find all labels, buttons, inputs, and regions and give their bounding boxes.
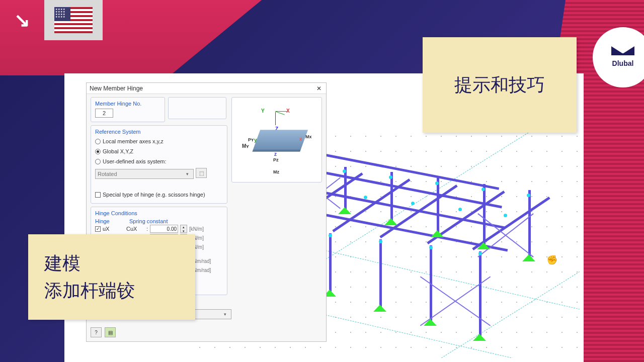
close-icon[interactable]: ✕ bbox=[315, 84, 323, 93]
radio-local-axes[interactable]: Local member axes x,y,z bbox=[95, 137, 223, 146]
bridge-icon bbox=[611, 47, 634, 57]
force-label-Pz: Pz bbox=[273, 157, 279, 162]
moment-label-My: Mʏ bbox=[242, 143, 249, 149]
dialog-title-text: New Member Hinge bbox=[90, 85, 143, 92]
topic-label: 建模 添加杆端铰 bbox=[28, 234, 195, 320]
arrow-down-right-icon: ↘ bbox=[0, 0, 44, 40]
col-spring: Spring constant bbox=[129, 218, 190, 224]
chevron-down-icon: ▾ bbox=[221, 312, 229, 317]
axis-label-Y: Y bbox=[261, 108, 265, 114]
radio-user-axes[interactable]: User-defined axis system: bbox=[95, 157, 223, 166]
row-ux: uX CuX: 0.00 ▴▾ [kN/m] bbox=[95, 224, 223, 233]
hinge-number-input[interactable]: 2 bbox=[95, 109, 113, 118]
topic-line1: 建模 bbox=[44, 250, 179, 277]
moment-label-Mz: Mz bbox=[273, 169, 279, 174]
help-button[interactable]: ? bbox=[91, 327, 102, 337]
us-flag-icon: ★★★★★★★★★★★★★★★★ bbox=[54, 7, 93, 33]
group-hinge-number: Member Hinge No. 2 bbox=[91, 97, 165, 122]
hinge-axes-diagram: X Y Z x y z Mʏ Pʏ Mx Pz Mz bbox=[231, 97, 322, 183]
force-label-Py: Pʏ bbox=[248, 137, 254, 142]
checkbox-ux[interactable] bbox=[95, 226, 101, 232]
axis-label-x: x bbox=[299, 136, 302, 142]
group-spacer bbox=[168, 97, 226, 119]
apply-button[interactable]: ▤ bbox=[105, 327, 116, 337]
group-title: Reference System bbox=[95, 129, 223, 135]
dialog-titlebar[interactable]: New Member Hinge ✕ bbox=[87, 83, 326, 94]
group-title: Hinge Conditions bbox=[95, 210, 223, 216]
axis-label-y: y bbox=[254, 137, 257, 143]
axis-label-z: z bbox=[274, 151, 277, 157]
brand-text: Dlubal bbox=[612, 59, 634, 67]
axis-label-X: X bbox=[286, 108, 290, 114]
topic-line2: 添加杆端铰 bbox=[44, 277, 179, 304]
axis-picker-button[interactable]: ⬚ bbox=[196, 168, 207, 178]
group-title: Member Hinge No. bbox=[95, 101, 160, 107]
checkbox-special-hinge[interactable]: Special type of hinge (e.g. scissors hin… bbox=[95, 190, 223, 199]
group-reference-system: Reference System Local member axes x,y,z… bbox=[91, 125, 227, 204]
pan-cursor-icon: ✊ bbox=[546, 254, 557, 265]
user-axis-dropdown[interactable]: Rotated ▾ bbox=[95, 169, 194, 179]
chevron-down-icon: ▾ bbox=[183, 171, 191, 176]
tips-label: 提示和技巧 bbox=[423, 37, 577, 133]
col-hinge: Hinge bbox=[95, 218, 129, 224]
moment-label-Mx: Mx bbox=[305, 134, 312, 139]
radio-global-axes[interactable]: Global X,Y,Z bbox=[95, 147, 223, 156]
spring-ux-input[interactable]: 0.00 bbox=[150, 225, 178, 233]
stepper-icon[interactable]: ▴▾ bbox=[180, 225, 187, 233]
flag-badge[interactable]: ★★★★★★★★★★★★★★★★ bbox=[44, 0, 103, 40]
tips-text: 提示和技巧 bbox=[454, 73, 545, 98]
